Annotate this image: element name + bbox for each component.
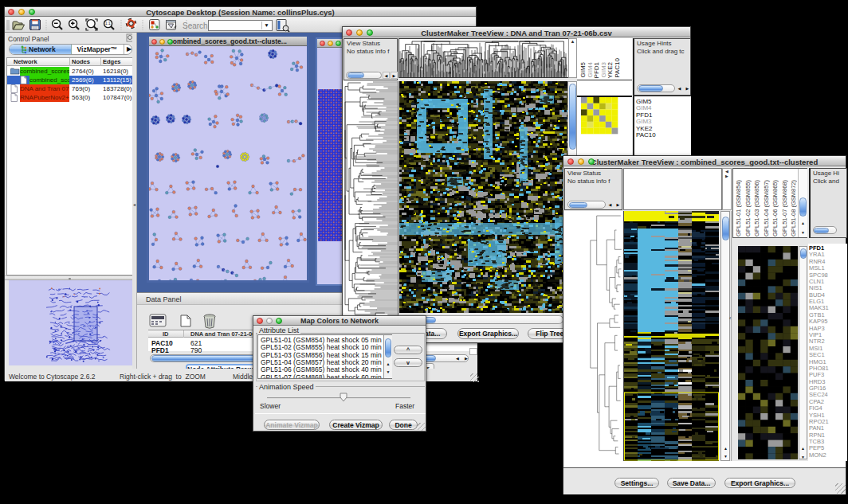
svg-text:1:1: 1:1 (105, 21, 111, 25)
